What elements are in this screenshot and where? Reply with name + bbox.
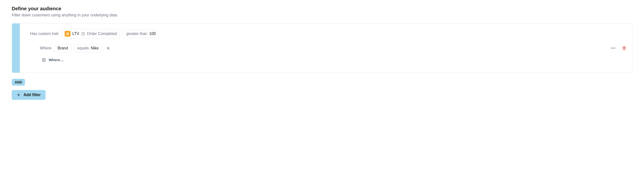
where-operator: equals: [77, 46, 89, 50]
add-where-button[interactable]: Where…: [42, 58, 64, 62]
layers-icon: [64, 31, 70, 37]
card-actions: [611, 46, 626, 50]
where-property: Brand: [58, 46, 68, 50]
clock-icon: [81, 32, 85, 36]
plus-square-icon: [42, 58, 46, 62]
operator-value: 100: [149, 32, 156, 36]
trait-label: Has custom trait: [30, 32, 58, 36]
where-value: Nike: [91, 46, 99, 50]
trash-icon: [622, 46, 626, 50]
trait-pill[interactable]: LTV Order Completed: [62, 29, 120, 39]
where-property-pill[interactable]: Brand: [54, 44, 71, 52]
where-operator-pill[interactable]: equals Nike: [74, 44, 102, 52]
filter-card: Has custom trait LTV Order Comp: [12, 23, 632, 73]
close-icon: [106, 46, 110, 50]
svg-point-9: [614, 48, 615, 49]
and-badge[interactable]: AND: [12, 79, 25, 86]
operator-text: greater than: [126, 32, 147, 36]
svg-point-7: [611, 48, 612, 49]
trait-event: Order Completed: [87, 32, 117, 36]
delete-button[interactable]: [622, 46, 626, 50]
add-filter-label: Add filter: [24, 93, 41, 97]
trait-name: LTV: [72, 32, 79, 36]
add-where-label: Where…: [49, 58, 64, 62]
trait-row: Has custom trait LTV Order Comp: [30, 29, 625, 39]
svg-marker-0: [66, 32, 69, 34]
section-title: Define your audience: [12, 6, 632, 12]
svg-point-8: [613, 48, 614, 49]
section-subtitle: Filter down customers using anything in …: [12, 13, 632, 17]
more-horizontal-icon: [611, 48, 615, 49]
remove-where-button[interactable]: [105, 45, 112, 52]
add-filter-button[interactable]: Add filter: [12, 90, 46, 100]
filter-card-accent: [12, 24, 20, 73]
operator-pill[interactable]: greater than 100: [123, 30, 159, 38]
plus-icon: [17, 93, 20, 97]
where-row: Where Brand equals Nike: [40, 44, 625, 52]
add-where-row: Where…: [42, 58, 625, 62]
where-label: Where: [40, 46, 52, 50]
more-button[interactable]: [611, 48, 615, 49]
filter-card-body: Has custom trait LTV Order Comp: [20, 24, 632, 73]
